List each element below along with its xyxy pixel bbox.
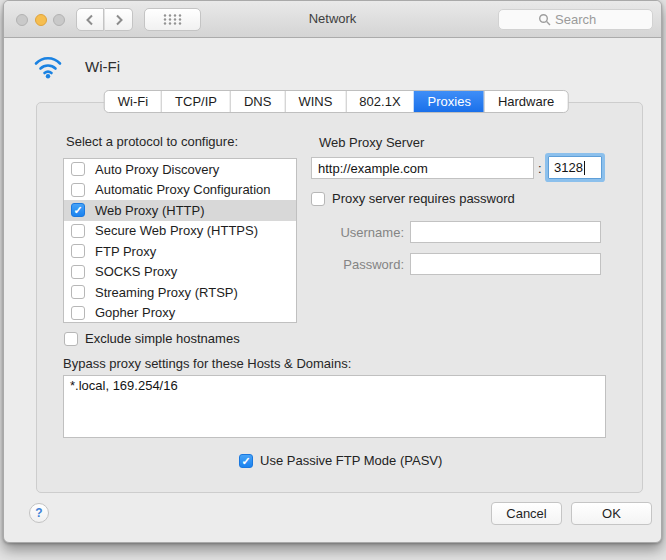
protocol-row[interactable]: Auto Proxy Discovery	[64, 159, 296, 180]
proxy-port-value: 3128	[554, 160, 583, 175]
passive-ftp-row[interactable]: Use Passive FTP Mode (PASV)	[239, 453, 442, 468]
protocol-row[interactable]: Automatic Proxy Configuration	[64, 180, 296, 201]
search-input[interactable]	[555, 12, 613, 27]
network-preferences-window: Network	[3, 0, 662, 543]
bypass-label: Bypass proxy settings for these Hosts & …	[63, 356, 351, 371]
requires-password-checkbox[interactable]	[311, 192, 325, 206]
protocol-row[interactable]: Gopher Proxy	[64, 303, 296, 324]
protocol-label: Web Proxy (HTTP)	[95, 203, 205, 218]
protocol-list-label: Select a protocol to configure:	[66, 134, 238, 149]
protocol-label: Auto Proxy Discovery	[95, 162, 219, 177]
text-caret	[584, 161, 585, 175]
tab[interactable]: 802.1X	[345, 91, 413, 112]
tab-label: 802.1X	[359, 94, 400, 109]
tab[interactable]: TCP/IP	[161, 91, 230, 112]
tab-label: TCP/IP	[175, 94, 217, 109]
title-bar: Network	[4, 1, 661, 38]
exclude-hostnames-row[interactable]: Exclude simple hostnames	[64, 331, 240, 346]
ok-button[interactable]: OK	[571, 502, 652, 525]
tab[interactable]: Wi-Fi	[105, 91, 161, 112]
search-icon	[538, 13, 551, 26]
password-input[interactable]	[410, 253, 601, 275]
protocol-label: FTP Proxy	[95, 244, 156, 259]
web-proxy-server-heading: Web Proxy Server	[319, 135, 424, 150]
requires-password-label: Proxy server requires password	[332, 191, 515, 206]
tab-label: WINS	[298, 94, 332, 109]
exclude-hostnames-label: Exclude simple hostnames	[85, 331, 240, 346]
help-button[interactable]: ?	[29, 503, 49, 523]
tab[interactable]: Proxies	[414, 91, 484, 112]
bypass-textarea[interactable]: *.local, 169.254/16	[63, 375, 606, 438]
tab-bar: Wi-FiTCP/IPDNSWINS802.1XProxiesHardware	[104, 90, 569, 113]
exclude-hostnames-checkbox[interactable]	[64, 332, 78, 346]
cancel-button[interactable]: Cancel	[491, 502, 562, 525]
protocol-checkbox[interactable]	[71, 265, 85, 279]
tab[interactable]: DNS	[230, 91, 284, 112]
proxy-address-input[interactable]	[311, 157, 534, 179]
passive-ftp-label: Use Passive FTP Mode (PASV)	[260, 453, 442, 468]
protocol-label: Secure Web Proxy (HTTPS)	[95, 223, 258, 238]
protocol-checkbox[interactable]	[71, 183, 85, 197]
port-separator: :	[538, 161, 542, 176]
tab-label: Hardware	[498, 94, 554, 109]
username-label: Username:	[309, 225, 404, 240]
protocol-label: Streaming Proxy (RTSP)	[95, 285, 238, 300]
protocol-label: Automatic Proxy Configuration	[95, 182, 271, 197]
protocol-checkbox[interactable]	[71, 224, 85, 238]
proxy-port-input[interactable]: 3128	[548, 156, 602, 179]
password-label: Password:	[309, 257, 404, 272]
protocol-checkbox[interactable]	[71, 162, 85, 176]
protocol-row[interactable]: Secure Web Proxy (HTTPS)	[64, 221, 296, 242]
protocol-checkbox[interactable]	[71, 306, 85, 320]
tab[interactable]: WINS	[284, 91, 345, 112]
protocol-listbox[interactable]: Auto Proxy Discovery Automatic Proxy Con…	[63, 158, 297, 323]
search-field[interactable]	[498, 9, 653, 30]
protocol-label: SOCKS Proxy	[95, 264, 177, 279]
username-input[interactable]	[410, 221, 601, 243]
protocol-row[interactable]: Web Proxy (HTTP)	[64, 200, 296, 221]
protocol-checkbox[interactable]	[71, 244, 85, 258]
connection-name: Wi-Fi	[85, 58, 120, 75]
tab-label: DNS	[244, 94, 271, 109]
screen: Network	[0, 0, 666, 560]
tab-label: Proxies	[428, 94, 471, 109]
requires-password-row[interactable]: Proxy server requires password	[311, 191, 515, 206]
tab-label: Wi-Fi	[118, 94, 148, 109]
protocol-row[interactable]: FTP Proxy	[64, 241, 296, 262]
wifi-icon	[33, 54, 63, 79]
protocol-checkbox[interactable]	[71, 285, 85, 299]
protocol-checkbox[interactable]	[71, 203, 85, 217]
protocol-row[interactable]: Streaming Proxy (RTSP)	[64, 282, 296, 303]
protocol-label: Gopher Proxy	[95, 305, 175, 320]
passive-ftp-checkbox[interactable]	[239, 454, 253, 468]
tab[interactable]: Hardware	[484, 91, 567, 112]
protocol-row[interactable]: SOCKS Proxy	[64, 262, 296, 283]
